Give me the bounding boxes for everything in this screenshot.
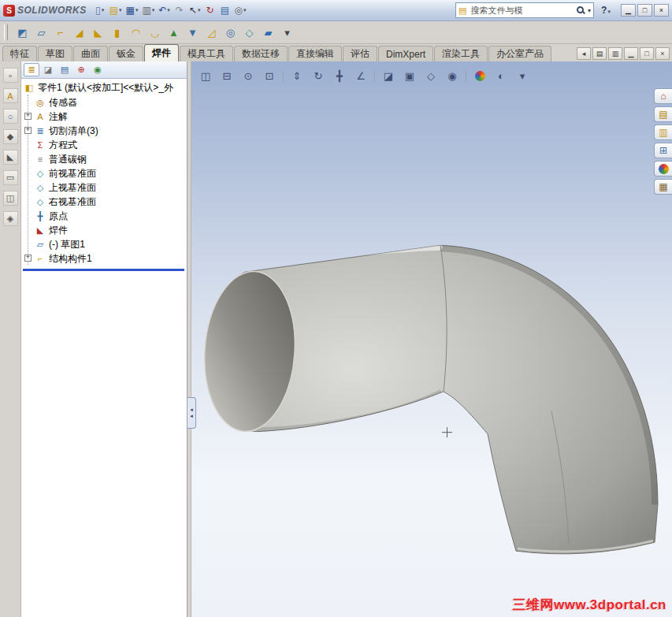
home-icon[interactable]: ⌂ xyxy=(654,88,672,104)
configurationmanager-tab-icon[interactable]: ▤ xyxy=(57,63,72,76)
datum-feature-icon[interactable]: ◫ xyxy=(3,191,18,206)
tab-features[interactable]: 特征 xyxy=(2,46,37,61)
tree-item[interactable]: ◇ 右视基准面 xyxy=(21,195,187,209)
trim-extend-icon[interactable]: ◢ xyxy=(70,24,88,42)
print-icon[interactable]: ▥ xyxy=(140,2,156,18)
fillet-bead-icon[interactable]: ◡ xyxy=(146,24,164,42)
pan-icon[interactable]: ╋ xyxy=(332,68,347,84)
search-icon[interactable] xyxy=(576,6,585,15)
apply-scene-icon[interactable]: ◐ xyxy=(493,68,509,84)
sketch-tools-icon[interactable]: ▰ xyxy=(259,24,277,42)
view-settings-icon[interactable]: ▾ xyxy=(514,68,530,84)
tab-data-migration[interactable]: 数据迁移 xyxy=(234,46,288,61)
tree-item[interactable]: ≡ 普通碳钢 xyxy=(21,152,187,166)
doc-restore-icon[interactable]: □ xyxy=(640,47,654,60)
options-icon[interactable]: ◎ xyxy=(232,2,247,18)
tab-direct-editing[interactable]: 直接编辑 xyxy=(288,46,342,61)
redo-icon[interactable]: ↷ xyxy=(173,2,187,18)
balloon-icon[interactable]: ○ xyxy=(3,109,18,124)
viewport-split-tb-icon[interactable]: ⊟ xyxy=(219,68,235,84)
graphics-viewport[interactable] xyxy=(191,61,672,617)
tree-item[interactable]: ≣ 切割清单(3) xyxy=(21,124,187,138)
tab-evaluate[interactable]: 评估 xyxy=(343,46,377,61)
file-explorer-icon[interactable]: ▥ xyxy=(654,125,672,140)
gusset-icon[interactable]: ◣ xyxy=(89,24,107,42)
hide-show-items-icon[interactable]: ◉ xyxy=(444,68,460,84)
reference-geometry-icon[interactable]: ◇ xyxy=(240,24,258,42)
propertymanager-tab-icon[interactable]: ◪ xyxy=(40,63,56,76)
tab-dimxpert[interactable]: DimXpert xyxy=(378,46,433,61)
tab-sketch[interactable]: 草图 xyxy=(38,46,72,61)
tree-item[interactable]: A 注解 xyxy=(21,110,187,124)
doc-minimize-icon[interactable]: ▁ xyxy=(624,47,638,60)
surface-finish-icon[interactable]: ◆ xyxy=(3,129,18,144)
search-dropdown-icon[interactable]: ▾ xyxy=(588,7,591,14)
view-palette-icon[interactable]: ⊞ xyxy=(654,143,672,158)
tab-office-products[interactable]: 办公室产品 xyxy=(488,46,551,61)
expand-toggle-icon[interactable] xyxy=(24,127,32,134)
viewport-split-lr-icon[interactable]: ◫ xyxy=(198,68,213,84)
save-icon[interactable]: ▦ xyxy=(124,2,140,18)
rotate-view-icon[interactable]: ↻ xyxy=(310,68,326,84)
expand-toggle-icon[interactable] xyxy=(24,255,32,262)
tree-item[interactable]: ▱ (-) 草图1 xyxy=(21,237,187,251)
search-input[interactable] xyxy=(469,5,574,16)
chamfer-icon[interactable]: ◿ xyxy=(202,24,221,42)
tree-item[interactable]: ◇ 上视基准面 xyxy=(21,180,187,195)
rollback-bar[interactable] xyxy=(23,269,184,271)
block-icon[interactable]: ◈ xyxy=(3,211,18,226)
hole-wizard-icon[interactable]: ◎ xyxy=(221,24,239,42)
file-properties-icon[interactable]: ▤ xyxy=(217,2,232,18)
expand-toggle-icon[interactable] xyxy=(24,113,32,120)
3d-sketch-icon[interactable]: ▱ xyxy=(32,24,50,42)
smart-dimension-icon[interactable]: ◩ xyxy=(13,24,32,42)
section-view-icon[interactable]: ◪ xyxy=(381,68,396,84)
tree-root-item[interactable]: ◧ 零件1 (默认<按加工]<<默认>_外 xyxy=(21,79,187,95)
edit-appearance-icon[interactable]: ● xyxy=(472,68,488,84)
featuremanager-tree-tab-icon[interactable]: ≣ xyxy=(24,63,39,76)
zoom-in-out-icon[interactable]: ⇕ xyxy=(289,68,305,84)
pane-left-icon[interactable]: ▤ xyxy=(592,47,607,60)
select-icon[interactable]: ↖ xyxy=(187,2,202,18)
toolbar-options-icon[interactable]: ▾ xyxy=(278,24,296,42)
open-icon[interactable]: ▤ xyxy=(108,2,124,18)
tab-mold-tools[interactable]: 模具工具 xyxy=(180,46,233,61)
close-button[interactable]: × xyxy=(654,4,669,17)
zoom-to-area-icon[interactable]: ⊡ xyxy=(262,68,277,84)
select-tool-icon[interactable]: ▫ xyxy=(3,68,18,83)
collapse-commandmanager-icon[interactable]: ◂ xyxy=(577,47,591,60)
tree-item[interactable]: ⌐ 结构构件1 xyxy=(21,251,187,266)
extruded-boss-icon[interactable]: ▲ xyxy=(165,24,183,42)
pane-right-icon[interactable]: ▥ xyxy=(608,47,622,60)
collapse-panel-button[interactable]: ◂ ◂ xyxy=(187,397,196,429)
help-button[interactable]: ? xyxy=(596,2,616,18)
structural-member-icon[interactable]: ⌐ xyxy=(51,24,69,42)
minimize-button[interactable]: ▁ xyxy=(621,4,636,17)
design-library-icon[interactable]: ▤ xyxy=(654,106,672,122)
geometric-tolerance-icon[interactable]: ▭ xyxy=(3,170,18,185)
custom-properties-icon[interactable]: ▦ xyxy=(654,179,672,195)
new-document-icon[interactable]: ▯ xyxy=(93,2,107,18)
extruded-cut-icon[interactable]: ▼ xyxy=(184,24,202,42)
toolbar-grip[interactable] xyxy=(4,24,8,40)
display-style-icon[interactable]: ◇ xyxy=(423,68,439,84)
weld-bead-icon[interactable]: ◠ xyxy=(127,24,145,42)
appearances-icon[interactable]: ● xyxy=(654,161,672,177)
note-icon[interactable]: A xyxy=(3,88,18,103)
displaymanager-tab-icon[interactable]: ◉ xyxy=(90,63,106,76)
undo-icon[interactable]: ↶ xyxy=(157,2,172,18)
tab-sheet-metal[interactable]: 钣金 xyxy=(109,46,143,61)
tab-weldments[interactable]: 焊件 xyxy=(144,44,179,61)
doc-close-icon[interactable]: × xyxy=(655,47,670,60)
tab-render-tools[interactable]: 渲染工具 xyxy=(434,46,488,61)
restore-button[interactable]: □ xyxy=(637,4,652,17)
pipe-model[interactable] xyxy=(199,245,658,554)
tree-item[interactable]: ╋ 原点 xyxy=(21,209,187,223)
tree-item[interactable]: ◇ 前视基准面 xyxy=(21,166,187,180)
tree-item[interactable]: ◎ 传感器 xyxy=(21,95,187,110)
tab-surfaces[interactable]: 曲面 xyxy=(73,46,108,61)
weld-symbol-icon[interactable]: ◣ xyxy=(3,150,18,165)
zoom-to-fit-icon[interactable]: ⊙ xyxy=(240,68,256,84)
dimxpertmanager-tab-icon[interactable]: ⊕ xyxy=(73,63,89,76)
measure-icon[interactable]: ∠ xyxy=(353,68,369,84)
